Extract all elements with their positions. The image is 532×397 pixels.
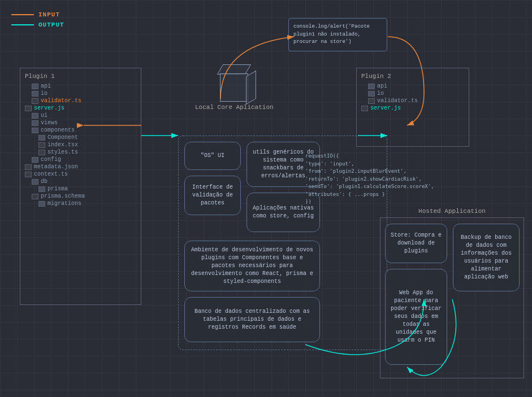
validation-text: Interface de validação de pacotes: [189, 184, 236, 207]
file-icon: [32, 98, 38, 104]
list-item: ui: [32, 112, 136, 119]
file-icon: [25, 172, 32, 177]
os-ui-box: "OS" UI: [184, 142, 241, 170]
cube-container: Local Core Aplication: [195, 62, 274, 111]
legend: INPUT OUTPUT: [11, 11, 64, 28]
folder-icon: [32, 157, 38, 163]
plugin1-title: Plugin 1: [25, 73, 136, 80]
list-item: migrations: [38, 200, 136, 207]
cube: [214, 62, 254, 102]
cube-right-face: [246, 71, 256, 104]
list-item: api: [368, 83, 464, 89]
folder-icon: [38, 186, 45, 192]
list-item: server.js: [361, 105, 464, 111]
request-io-text: requestIO({ 'type': 'input', 'from': 'pl…: [305, 152, 434, 206]
list-item: prisma.schema: [32, 193, 136, 199]
list-item: server.js: [25, 105, 136, 111]
folder-icon: [32, 91, 38, 97]
console-tooltip: console.log/alert('Pacoteplugin1 não ins…: [288, 18, 387, 51]
dev-env-text: Ambiente de desenvolvimento de novos plu…: [189, 246, 315, 286]
dev-env-box: Ambiente de desenvolvimento de novos plu…: [184, 241, 320, 291]
list-item: db: [32, 178, 136, 185]
hosted-app-container: Hosted Application Store: Compra e downl…: [380, 217, 524, 378]
db-box: Banco de dados centralizado com as tabel…: [184, 297, 320, 342]
validation-box: Interface de validação de pacotes: [184, 176, 241, 215]
native-apps-text: Aplicações nativas como store, config: [252, 204, 315, 220]
db-text: Banco de dados centralizado com as tabel…: [189, 308, 315, 331]
folder-icon: [368, 91, 375, 97]
list-item: io: [368, 90, 464, 97]
webapp-text: Web App do paciente para poder verificar…: [390, 289, 442, 344]
list-item: io: [32, 90, 136, 97]
store-box: Store: Compra e download de plugins: [385, 224, 447, 263]
output-line: [11, 24, 34, 25]
backup-box: Backup de banco de dados com informações…: [453, 224, 520, 291]
hosted-app-title: Hosted Application: [418, 208, 486, 215]
webapp-box: Web App do paciente para poder verificar…: [385, 269, 447, 365]
plugin1-file-tree: api io validator.ts server.js ui views c…: [25, 83, 136, 207]
folder-icon: [368, 84, 375, 89]
input-line: [11, 14, 34, 15]
plugin2-file-tree: api io validator.ts server.js: [361, 83, 464, 111]
folder-icon: [32, 179, 38, 185]
file-icon: [38, 150, 45, 155]
file-icon: [368, 98, 375, 104]
list-item: validator.ts: [368, 98, 464, 104]
plugin2-box: Plugin 2 api io validator.ts server.js: [356, 68, 469, 147]
list-item: components: [32, 127, 136, 133]
os-ui-label: "OS" UI: [201, 152, 224, 160]
legend-input: INPUT: [11, 11, 64, 18]
store-text: Store: Compra e download de plugins: [390, 232, 442, 255]
cube-front-face: [220, 73, 248, 102]
output-label: OUTPUT: [38, 21, 64, 28]
list-item: styles.ts: [38, 149, 136, 155]
list-item: Component: [38, 134, 136, 141]
list-item: index.tsx: [38, 142, 136, 148]
folder-icon: [32, 84, 38, 89]
cube-label: Local Core Aplication: [195, 104, 274, 111]
list-item: metadata.json: [25, 164, 136, 170]
list-item: prisma: [38, 186, 136, 192]
list-item: config: [32, 156, 136, 163]
list-item: validator.ts: [32, 98, 136, 104]
file-icon: [361, 106, 368, 111]
list-item: api: [32, 83, 136, 89]
list-item: context.ts: [25, 171, 136, 177]
plugin1-box: Plugin 1 api io validator.ts server.js u…: [20, 68, 141, 305]
input-label: INPUT: [38, 11, 60, 18]
file-icon: [25, 164, 32, 170]
folder-icon: [38, 201, 45, 207]
console-text: console.log/alert('Pacoteplugin1 não ins…: [293, 24, 370, 45]
file-icon: [38, 142, 45, 148]
folder-icon: [38, 135, 45, 141]
request-io-box: requestIO({ 'type': 'input', 'from': 'pl…: [305, 152, 434, 206]
folder-icon: [32, 128, 38, 133]
list-item: views: [32, 120, 136, 126]
hosted-app-box: Hosted Application Store: Compra e downl…: [380, 217, 524, 378]
folder-icon: [32, 120, 38, 126]
file-icon: [25, 106, 32, 111]
file-icon: [32, 194, 38, 199]
folder-icon: [32, 113, 38, 119]
legend-output: OUTPUT: [11, 21, 64, 28]
backup-text: Backup de banco de dados com informações…: [458, 234, 514, 281]
plugin2-title: Plugin 2: [361, 73, 464, 80]
